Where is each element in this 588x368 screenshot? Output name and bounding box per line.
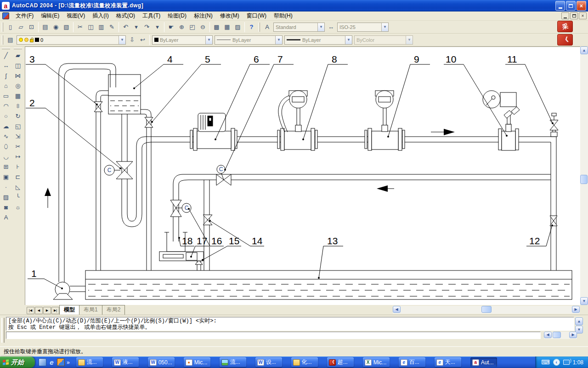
break-at-point-button[interactable]: ⊦ — [13, 161, 23, 172]
keyboard-ime-icon[interactable]: ⌨ — [541, 359, 550, 365]
new-button[interactable]: ▯ — [5, 22, 16, 32]
minimize-button[interactable] — [555, 1, 565, 11]
menu-window[interactable]: 窗口(W) — [243, 11, 270, 21]
menu-view[interactable]: 视图(V) — [63, 11, 89, 21]
mtext-button[interactable]: A — [1, 212, 11, 222]
task-autocad[interactable]: Aut... — [470, 357, 497, 367]
scrollbar-trough[interactable] — [580, 54, 588, 297]
flow-calibration-diagram[interactable]: C C C 1 2 3 4 5 6 7 8 9 10 11 12 13 14 1… — [25, 47, 580, 305]
scroll-right-icon[interactable]: ▶ — [572, 306, 580, 313]
restore-button[interactable] — [566, 1, 576, 11]
construction-line-button[interactable]: ↔ — [1, 60, 11, 70]
last-tab-button[interactable]: ▶| — [51, 307, 59, 314]
toolbar-grip[interactable] — [2, 35, 3, 45]
start-button[interactable]: 开始 — [0, 356, 35, 368]
menu-format[interactable]: 格式(O) — [113, 11, 139, 21]
scroll-down-icon[interactable]: ▼ — [580, 297, 588, 305]
scrollbar-thumb[interactable] — [481, 306, 492, 313]
toolbar-grip[interactable] — [2, 48, 10, 49]
chevron-down-icon[interactable]: ▼ — [205, 36, 212, 44]
command-scrollbar[interactable]: ▲ ▼ — [575, 317, 583, 334]
autocad-app-icon[interactable]: a — [2, 2, 10, 10]
make-object-layer-current-button[interactable]: ⇩ — [127, 34, 137, 45]
point-button[interactable]: ∙ — [1, 182, 11, 192]
child-close-button[interactable]: × — [579, 12, 587, 19]
task-ie-bai[interactable]: 百... — [399, 357, 425, 367]
scroll-left-icon[interactable]: ◀ — [544, 332, 552, 338]
designcenter-button[interactable]: ▦ — [222, 22, 232, 32]
zoom-previous-button[interactable]: ⊖ — [198, 22, 208, 32]
tool-palettes-button[interactable]: ▨ — [232, 22, 243, 32]
task-folder-hua[interactable]: 化... — [291, 357, 318, 367]
undo-button[interactable]: ↶ — [120, 22, 131, 32]
scroll-up-icon[interactable]: ▲ — [575, 317, 583, 325]
menu-dimension[interactable]: 标注(N) — [190, 11, 216, 21]
dim-style-combo[interactable]: ISO-25 ▼ — [337, 23, 389, 32]
break-button[interactable]: ⊏ — [13, 172, 23, 182]
insert-block-button[interactable]: ⊞ — [1, 161, 11, 172]
cut-button[interactable]: ✂ — [75, 22, 85, 32]
ellipse-arc-button[interactable]: ◡ — [1, 151, 11, 161]
task-media-mic[interactable]: Mic... — [184, 357, 210, 367]
match-properties-button[interactable]: ✎ — [107, 22, 117, 32]
print-preview-button[interactable]: ◉ — [51, 22, 61, 32]
valves[interactable] — [94, 102, 558, 264]
vent-valve-11[interactable] — [550, 120, 558, 130]
layer-freeze-sun-icon[interactable] — [24, 38, 28, 42]
color-combo[interactable]: ByLayer ▼ — [152, 35, 213, 45]
rotate-button[interactable]: ↻ — [13, 111, 23, 121]
explode-button[interactable]: ☼ — [13, 202, 23, 212]
menu-draw[interactable]: 绘图(D) — [164, 11, 190, 21]
scroll-right-icon[interactable]: ▶ — [569, 332, 577, 338]
lineweight-combo[interactable]: ByLayer ▼ — [284, 35, 352, 45]
layer-combo[interactable]: 0 ▼ — [17, 35, 126, 45]
polygon-button[interactable]: ⌂ — [1, 80, 11, 91]
circle-button[interactable]: ○ — [1, 111, 11, 121]
chevron-down-icon[interactable]: ▼ — [275, 36, 282, 44]
pump[interactable] — [53, 282, 73, 299]
zoom-realtime-button[interactable]: ⊕ — [176, 22, 187, 32]
scrollbar-trough[interactable] — [552, 332, 569, 339]
publish-button[interactable]: ▧ — [61, 22, 72, 32]
fillet-button[interactable]: ╰ — [13, 192, 23, 202]
erase-button[interactable]: ▰ — [13, 50, 23, 60]
offset-button[interactable]: ◎ — [13, 80, 23, 91]
toolbar-grip[interactable] — [259, 23, 260, 32]
task-word-ye[interactable]: 液... — [112, 357, 139, 367]
scroll-up-icon[interactable]: ▲ — [580, 46, 588, 54]
hide-icons-chevron-icon[interactable]: ‹ — [553, 359, 560, 366]
region-button[interactable]: ◙ — [1, 202, 11, 212]
menu-insert[interactable]: 插入(I) — [89, 11, 112, 21]
task-excel-mic[interactable]: Mic... — [363, 357, 390, 367]
command-history[interactable]: [全部(A)/中心点(C)/动态(D)/范围(E)/上一个(P)/比例(S)/窗… — [6, 317, 574, 331]
hatch-button[interactable]: ▨ — [1, 192, 11, 202]
arc-button[interactable]: ◠ — [1, 101, 11, 111]
tab-model[interactable]: 模型 — [59, 305, 79, 315]
properties-button[interactable]: ▩ — [211, 22, 222, 32]
capture-plugin-icon[interactable]: 《 — [557, 34, 573, 46]
stretch-button[interactable]: ⇲ — [13, 131, 23, 141]
close-button[interactable]: × — [577, 1, 586, 11]
capture-plugin-icon[interactable]: 采 — [557, 21, 573, 32]
drawing-canvas[interactable]: C C C 1 2 3 4 5 6 7 8 9 10 11 12 13 14 1… — [25, 46, 580, 305]
canvas-vertical-scrollbar[interactable]: ▲ ▼ — [580, 46, 588, 305]
revision-cloud-button[interactable]: ☁ — [1, 121, 11, 131]
first-tab-button[interactable]: |◀ — [27, 307, 34, 314]
copy-button[interactable]: ◫ — [85, 22, 96, 32]
scale-button[interactable]: ◱ — [13, 121, 23, 131]
storage-tank[interactable] — [85, 270, 572, 299]
chevron-down-icon[interactable]: ▼ — [119, 36, 125, 44]
media-player-icon[interactable] — [57, 358, 65, 366]
make-block-button[interactable]: ▣ — [1, 172, 11, 182]
help-button[interactable]: ? — [246, 22, 257, 32]
scrollbar-trough[interactable] — [401, 306, 572, 314]
control-valve-16[interactable] — [170, 200, 181, 217]
redo-menu-button[interactable]: ▾ — [152, 22, 163, 32]
task-folder-liu[interactable]: 流... — [76, 357, 103, 367]
move-button[interactable]: ⇳ — [13, 101, 23, 111]
prev-tab-button[interactable]: ◀ — [35, 307, 43, 314]
tab-layout1[interactable]: 布局1 — [79, 305, 102, 315]
line-button[interactable]: ╱ — [1, 50, 11, 60]
array-button[interactable]: ▦ — [13, 91, 23, 101]
paste-button[interactable]: ▥ — [96, 22, 107, 32]
